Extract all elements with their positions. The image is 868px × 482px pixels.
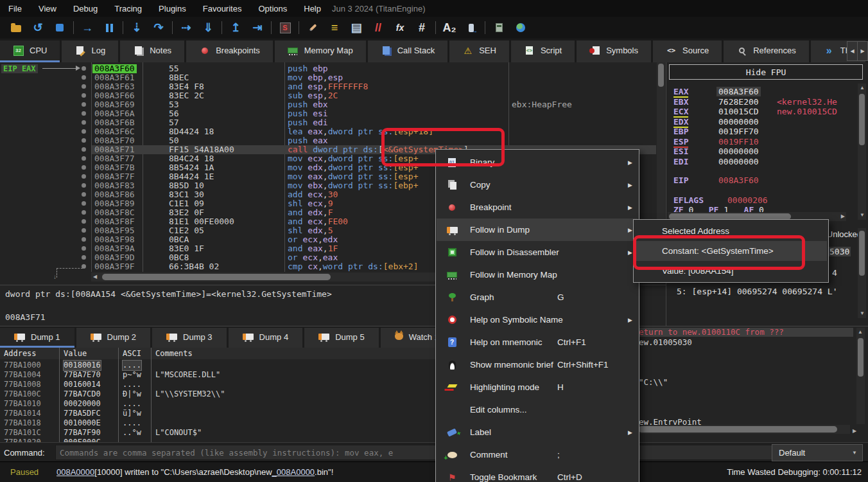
breakpoint-dot[interactable]	[82, 93, 86, 98]
toolbar-open-file-button[interactable]	[5, 19, 27, 37]
breakpoint-dot[interactable]	[82, 219, 86, 224]
menu-item-copy[interactable]: Copy▶	[437, 174, 638, 196]
breakpoint-dot[interactable]	[82, 228, 86, 233]
menu-item-follow-in-memory-map[interactable]: Follow in Memory Map	[437, 263, 638, 286]
menu-item-binary[interactable]: Binary▶	[437, 151, 638, 174]
toolbar-case-button[interactable]: A₂	[438, 19, 460, 37]
tab-scroll-right-button[interactable]: ▶	[857, 41, 868, 61]
status-address-link[interactable]: 008A0000	[56, 467, 94, 477]
toolbar-bookmarks-button[interactable]: //	[367, 19, 389, 37]
breakpoint-dot[interactable]	[82, 102, 86, 107]
menu-help[interactable]: Help	[295, 0, 329, 17]
toolbar-restart-button[interactable]: ↺	[27, 19, 49, 37]
breakpoint-dot[interactable]	[82, 66, 86, 71]
tab-call-stack[interactable]: Call Stack	[368, 40, 448, 62]
toolbar-pause-button[interactable]	[98, 19, 120, 37]
arguments-vertical-scrollbar[interactable]: ▼	[858, 228, 866, 318]
menu-item-edit-columns[interactable]: Edit columns...	[437, 398, 638, 421]
tab-dump-2[interactable]: Dump 2	[76, 328, 151, 348]
breakpoint-dot[interactable]	[82, 183, 86, 188]
stack-row[interactable]: eturn to new.0100110C from ???	[636, 328, 853, 337]
breakpoint-dot[interactable]	[82, 174, 86, 179]
breakpoint-dot[interactable]	[82, 156, 86, 161]
toolbar-fx-button[interactable]: fx	[389, 19, 411, 37]
toolbar-notes-toolbar-button[interactable]: ▤	[345, 19, 367, 37]
registers-vertical-scrollbar[interactable]: ▲ ▼	[858, 84, 866, 220]
menu-plugins[interactable]: Plugins	[150, 0, 195, 17]
menu-item-graph[interactable]: GraphG	[437, 286, 638, 308]
toolbar-comments-button[interactable]: ≡	[324, 19, 345, 37]
tab-log[interactable]: Log	[62, 40, 118, 62]
tab-symbols[interactable]: Symbols	[577, 40, 651, 62]
menu-view[interactable]: View	[30, 0, 65, 17]
breakpoint-dot[interactable]	[82, 255, 86, 260]
breakpoint-dot[interactable]	[82, 264, 86, 269]
breakpoint-dot[interactable]	[82, 120, 86, 125]
toolbar-stop-button[interactable]	[49, 19, 71, 37]
breakpoint-dot[interactable]	[82, 165, 86, 170]
submenu-item-constant-getsystemtime[interactable]: Constant: <GetSystemTime>	[634, 241, 827, 261]
tab-memory-map[interactable]: Memory Map	[275, 40, 366, 62]
disasm-row[interactable]: 008A3F7050push eax	[92, 136, 656, 145]
tab-dump-1[interactable]: Dump 1	[0, 328, 74, 348]
toolbar-patch-button[interactable]	[302, 19, 324, 37]
command-input[interactable]	[55, 445, 782, 460]
toolbar-step-until-button[interactable]: ⇥	[247, 19, 268, 37]
tab-notes[interactable]: Notes	[120, 40, 184, 62]
status-address-link[interactable]: _008A0000	[272, 467, 315, 477]
breakpoint-dot[interactable]	[82, 138, 86, 143]
tab-references[interactable]: References	[724, 40, 808, 62]
toolbar-run-button[interactable]: →	[76, 19, 98, 37]
menu-debug[interactable]: Debug	[65, 0, 106, 17]
disasm-row[interactable]: 008A3F6B57push edi	[92, 118, 656, 127]
lock-state-label[interactable]: Unlocked	[827, 229, 862, 239]
register-row-edi[interactable]: EDI00000000	[666, 157, 868, 166]
argument-row[interactable]: 5: [esp+14] 00695274 00695274 L'	[677, 287, 837, 296]
profile-dropdown[interactable]: Default ▼	[772, 444, 863, 461]
menu-item-comment[interactable]: Comment;	[437, 443, 638, 466]
tab-script[interactable]: Script	[511, 40, 575, 62]
breakpoint-dot[interactable]	[82, 201, 86, 206]
menu-item-show-mnemonic-brief[interactable]: Show mnemonic briefCtrl+Shift+F1	[437, 353, 638, 376]
tab-scroll-left-button[interactable]: ◀	[847, 41, 858, 61]
stack-horizontal-scrollbar[interactable]	[637, 425, 850, 434]
menu-item-breakpoint[interactable]: Breakpoint▶	[437, 196, 638, 219]
breakpoint-dot[interactable]	[82, 111, 86, 116]
disasm-row[interactable]: 008A3F6383E4 F8and esp,FFFFFFF8	[92, 82, 656, 91]
submenu-item-value-008aa154[interactable]: Value: [008AA154]	[634, 261, 827, 281]
toolbar-step-into-button[interactable]: ⇣	[126, 19, 148, 37]
disasm-row[interactable]: 008A3F6A56push esi	[92, 109, 656, 118]
tab-breakpoints[interactable]: Breakpoints	[186, 40, 273, 62]
stack-row[interactable]: "C:\\"	[636, 378, 853, 387]
toolbar-modules-button[interactable]	[460, 19, 482, 37]
tab-cpu[interactable]: 32CPU	[0, 40, 60, 62]
breakpoint-dot[interactable]	[82, 84, 86, 89]
tab-seh[interactable]: ⚠SEH	[449, 40, 509, 62]
menu-file[interactable]: File	[0, 0, 30, 17]
breakpoint-dot[interactable]	[82, 237, 86, 242]
menu-tracing[interactable]: Tracing	[106, 0, 150, 17]
disasm-row[interactable]: 008A3F6C8D4424 18lea eax,dword ptr ss:[e…	[92, 127, 656, 136]
hide-fpu-button[interactable]: Hide FPU	[669, 64, 863, 80]
breakpoint-dot[interactable]	[82, 246, 86, 251]
menu-item-highlighting-mode[interactable]: Highlighting modeH	[437, 376, 638, 398]
stack-vertical-scrollbar[interactable]: ▲	[856, 328, 865, 424]
toolbar-run-to-user-code-button[interactable]: ↥	[225, 19, 247, 37]
tab-source[interactable]: <>Source	[653, 40, 722, 62]
menu-item-follow-in-disassembler[interactable]: Follow in Disassembler▶	[437, 241, 638, 263]
register-row-esi[interactable]: ESI00000000	[666, 147, 868, 156]
disasm-row[interactable]: 008A3F618BECmov ebp,esp	[92, 73, 656, 82]
menu-item-toggle-bookmark[interactable]: Toggle BookmarkCtrl+D	[437, 466, 638, 482]
toolbar-step-out-button[interactable]: ⇓	[197, 19, 219, 37]
register-row-ecx[interactable]: ECX010015CDnew.010015CD	[666, 107, 868, 116]
stack-row[interactable]: ew.01005030	[636, 338, 853, 347]
breakpoint-dot[interactable]	[82, 210, 86, 215]
register-row-edx[interactable]: EDX00000000	[666, 117, 868, 127]
toolbar-skip-exceptions-button[interactable]: S	[274, 19, 296, 37]
tab-dump-3[interactable]: Dump 3	[152, 328, 227, 348]
menu-item-help-on-symbolic-name[interactable]: Help on Symbolic Name▶	[437, 308, 638, 331]
register-row-esp[interactable]: ESP0019FF10	[666, 137, 868, 147]
tab-dump-5[interactable]: Dump 5	[304, 328, 379, 348]
dump-header-comments[interactable]: Comments	[155, 349, 193, 358]
breakpoint-dot[interactable]	[82, 75, 86, 80]
